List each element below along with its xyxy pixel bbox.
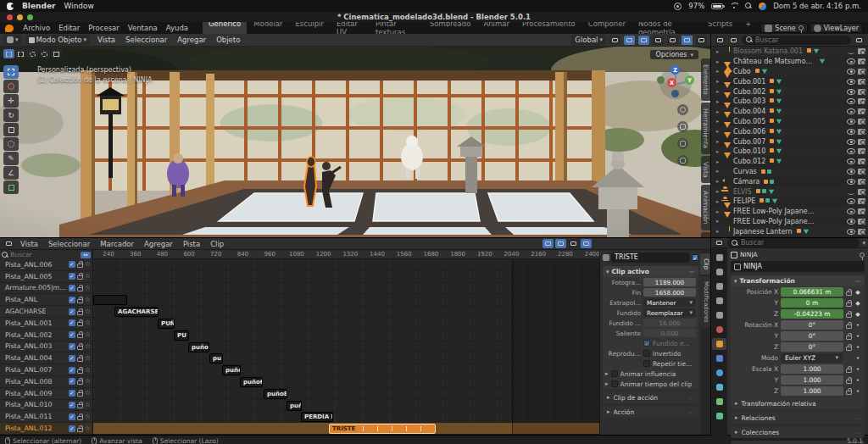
animate-dot-icon[interactable]: • (854, 388, 861, 395)
editor-type-dropdown[interactable]: ▾ (3, 35, 22, 45)
properties-panel-colecciones[interactable]: ▸Colecciones⋯ (731, 426, 865, 438)
star-icon[interactable]: ☆ (85, 368, 91, 373)
nla-track-pista-anl-006[interactable]: Pista_ANL.006✓☆ (0, 259, 92, 271)
hide-render-toggle[interactable] (858, 229, 865, 235)
field-value[interactable]: Reemplazar▾ (643, 308, 696, 317)
hide-viewport-toggle[interactable] (847, 219, 855, 225)
outliner-item[interactable]: ▸Cubo.006 (711, 126, 868, 136)
nla-menu-pista[interactable]: Pista (179, 239, 204, 249)
nla-menu-vista[interactable]: Vista (16, 239, 42, 249)
track-enable-checkbox[interactable]: ✓ (69, 273, 75, 280)
lock-icon[interactable] (77, 392, 83, 397)
nla-strip-pu-o8[interactable]: puño8 (264, 389, 287, 399)
rotate-tool[interactable]: ↻ (3, 108, 19, 122)
nla-view-selected-toggle[interactable] (542, 239, 554, 248)
star-icon[interactable]: ☆ (85, 274, 91, 279)
anim-row[interactable]: ▸Animar influencia (603, 369, 698, 379)
select-mode-paint[interactable] (51, 49, 62, 58)
move-tool[interactable]: ✛ (3, 94, 19, 108)
nla-track-pista-anl-011[interactable]: Pista_ANL.011✓☆ (0, 411, 92, 423)
expand-icon[interactable]: ▸ (716, 88, 721, 95)
nla-filter-funnel-dropdown[interactable] (568, 239, 579, 248)
macos-app-menu[interactable]: Blender (22, 2, 55, 10)
sidebar-tab-vista[interactable]: Vista (701, 156, 710, 184)
hide-viewport-toggle[interactable] (847, 119, 855, 125)
outliner-item[interactable]: ▸ELVIS (711, 186, 868, 197)
hide-render-toggle[interactable] (858, 208, 865, 214)
pan-view-icon[interactable] (677, 121, 688, 132)
select-mode-circle[interactable] (27, 49, 38, 58)
field-value[interactable]: 0° (781, 320, 843, 330)
annotate-tool[interactable]: ✎ (3, 152, 19, 165)
expand-icon[interactable]: ▸ (716, 158, 721, 165)
nla-ruler[interactable]: 2403604806007208409601080120013201440156… (93, 250, 599, 259)
field-value[interactable]: 0.000 (643, 329, 696, 337)
lock-icon[interactable] (846, 336, 852, 340)
expand-icon[interactable]: ▸ (716, 68, 721, 75)
properties-tab-output[interactable] (712, 280, 726, 292)
checkbox[interactable]: ✓ (643, 340, 650, 347)
nla-strip-pu-[interactable]: PUÑ (158, 319, 175, 329)
keyframe-icon[interactable]: ◆ (854, 311, 861, 318)
keyframe-icon[interactable]: ◆ (854, 300, 861, 307)
hide-viewport-toggle[interactable] (847, 89, 855, 95)
nla-strip-triste[interactable]: TRISTE (329, 424, 436, 434)
sidebar-tab-elemento[interactable]: Elemento (701, 58, 710, 101)
nla-track-pista-anl-001[interactable]: Pista_ANL.001✓☆ (0, 318, 92, 330)
outliner-item[interactable]: ▸FREE Low-Poly Japanese Stone Lantern (711, 207, 868, 217)
expand-icon[interactable]: ▸ (716, 128, 721, 135)
lock-icon[interactable] (846, 325, 852, 329)
strip-enable-checkbox[interactable]: ✓ (692, 254, 698, 261)
hide-render-toggle[interactable] (858, 69, 865, 75)
star-icon[interactable]: ☆ (85, 320, 91, 325)
anim-row[interactable]: ▸Animar tiempo del clip (603, 379, 698, 389)
nla-track-pista-anl[interactable]: Pista_ANL✓☆ (0, 294, 92, 306)
nla-menu-agregar[interactable]: Agregar (140, 239, 177, 249)
field-value[interactable]: 16.000 (643, 319, 696, 327)
hide-render-toggle[interactable] (858, 189, 865, 195)
animate-dot-icon[interactable]: • (854, 344, 861, 351)
properties-tab-render[interactable] (712, 266, 726, 278)
checkbox[interactable] (643, 350, 650, 357)
hide-render-toggle[interactable] (858, 58, 865, 64)
transform-panel-header[interactable]: ▾ Transformación ⋯ (731, 275, 865, 286)
lock-icon[interactable] (77, 287, 83, 291)
nla-snapping-dropdown[interactable] (581, 239, 592, 248)
nla-expand-icon[interactable]: ↔ (81, 252, 91, 258)
outliner-item[interactable]: ▸FREE Low-Poly Japanese Stone Lantern (711, 217, 868, 227)
star-icon[interactable]: ☆ (85, 356, 91, 361)
outliner-item[interactable]: ▸Japanese Lantern (711, 226, 868, 236)
properties-tab-viewlayer[interactable] (712, 295, 726, 307)
gizmo-z-neg-axis[interactable] (671, 90, 679, 97)
transform-tool[interactable] (3, 137, 19, 151)
scene-selector[interactable]: Scene (760, 23, 807, 33)
field-value[interactable]: 0° (781, 342, 843, 352)
hide-viewport-toggle[interactable] (847, 148, 855, 154)
hide-render-toggle[interactable] (858, 179, 865, 185)
checkbox[interactable] (611, 370, 618, 377)
animate-dot-icon[interactable]: • (854, 355, 861, 362)
star-icon[interactable]: ☆ (85, 391, 91, 396)
hide-viewport-toggle[interactable] (847, 69, 855, 75)
lock-icon[interactable] (77, 275, 83, 280)
expand-icon[interactable]: ▸ (716, 208, 721, 215)
hide-viewport-toggle[interactable] (847, 179, 855, 185)
gizmo-z-axis[interactable]: Z (670, 65, 680, 75)
expand-icon[interactable]: ▸ (716, 168, 721, 175)
clip-active-panel-header[interactable]: ▾ Clip activo ⋯ (603, 266, 698, 277)
lock-icon[interactable] (77, 404, 83, 408)
outliner-funnel-filter[interactable] (854, 36, 865, 45)
outliner-item[interactable]: ▸Cámara (711, 176, 868, 186)
nla-track-pista-anl-008[interactable]: Pista_ANL.008✓☆ (0, 376, 92, 388)
hide-viewport-toggle[interactable] (847, 58, 855, 64)
shading-wireframe-button[interactable] (653, 36, 664, 45)
track-enable-checkbox[interactable]: ✓ (69, 402, 75, 408)
outliner-item[interactable]: ▸Château de Matsumoto, Japón (711, 57, 868, 67)
field-value[interactable]: 1658.000 (643, 288, 696, 297)
outliner-item[interactable]: ▸Cubo.007 (711, 136, 868, 147)
lock-icon[interactable] (77, 369, 83, 374)
outliner-item[interactable]: ▸Cubo.012 (711, 157, 868, 167)
gizmo-y-neg-axis[interactable] (657, 76, 665, 84)
viewport-menu-agregar[interactable]: Agregar (173, 35, 210, 45)
nla-strip-agacharse[interactable]: AGACHARSE (114, 307, 159, 317)
